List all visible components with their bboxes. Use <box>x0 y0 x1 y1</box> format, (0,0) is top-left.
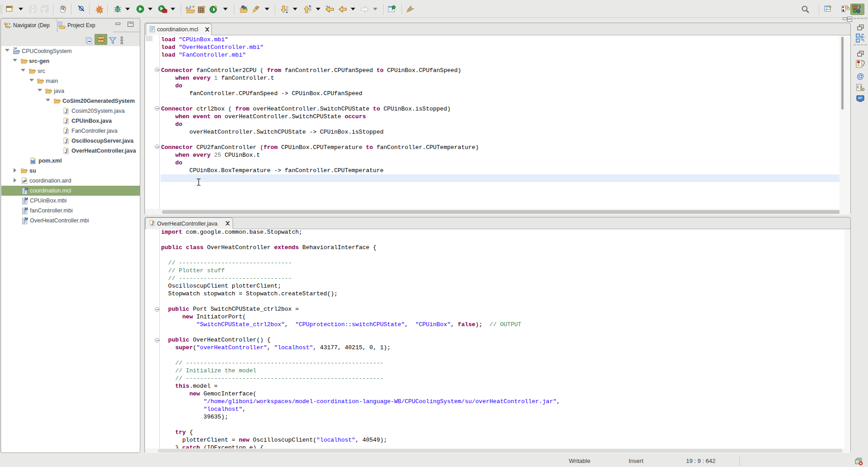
svg-text:@: @ <box>857 72 864 80</box>
